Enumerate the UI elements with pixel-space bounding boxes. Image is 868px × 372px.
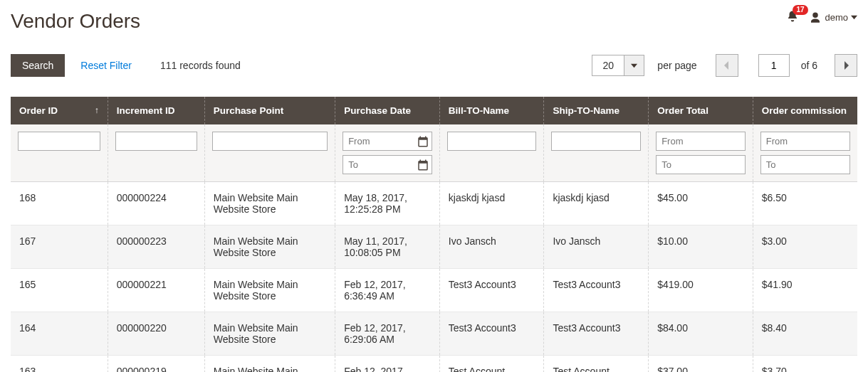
cell-order-commission: $3.00 bbox=[753, 225, 857, 269]
col-header-ship-to-name[interactable]: Ship-TO-Name bbox=[544, 97, 649, 124]
filter-order-total-to[interactable] bbox=[656, 155, 746, 174]
chevron-right-icon bbox=[842, 61, 849, 70]
caret-down-icon bbox=[851, 14, 857, 21]
cell-increment-id: 000000223 bbox=[108, 225, 204, 269]
cell-order-id: 163 bbox=[11, 356, 108, 373]
col-header-label: Purchase Date bbox=[344, 105, 411, 116]
page-input[interactable] bbox=[758, 54, 790, 77]
cell-purchase-point: Main Website Main Website Store bbox=[204, 312, 335, 356]
page-title: Vendor Orders bbox=[11, 10, 140, 33]
col-header-purchase-date[interactable]: Purchase Date bbox=[335, 97, 440, 124]
cell-purchase-date: Feb 12, 2017, 6:36:49 AM bbox=[335, 269, 440, 312]
search-button[interactable]: Search bbox=[11, 54, 65, 77]
col-header-label: Order ID bbox=[19, 105, 58, 116]
calendar-icon[interactable] bbox=[417, 135, 429, 148]
notifications-badge: 17 bbox=[793, 5, 807, 15]
cell-ship-to-name: Test Account bbox=[544, 356, 649, 373]
filter-ship-to-name[interactable] bbox=[551, 132, 641, 151]
reset-filter-link[interactable]: Reset Filter bbox=[80, 60, 132, 71]
col-header-order-commission[interactable]: Order commission bbox=[753, 97, 857, 124]
filter-order-total-from[interactable] bbox=[656, 132, 746, 151]
table-row[interactable]: 165000000221Main Website Main Website St… bbox=[11, 269, 857, 312]
cell-order-total: $45.00 bbox=[649, 182, 753, 225]
col-header-order-id[interactable]: Order ID ↑ bbox=[11, 97, 108, 124]
cell-order-id: 167 bbox=[11, 225, 108, 269]
cell-order-commission: $8.40 bbox=[753, 312, 857, 356]
total-pages: of 6 bbox=[801, 60, 817, 71]
cell-order-total: $84.00 bbox=[649, 312, 753, 356]
cell-purchase-point: Main Website Main Website Store bbox=[204, 269, 335, 312]
col-header-label: Bill-TO-Name bbox=[449, 105, 509, 116]
cell-ship-to-name: Ivo Jansch bbox=[544, 225, 649, 269]
col-header-bill-to-name[interactable]: Bill-TO-Name bbox=[439, 97, 544, 124]
caret-down-icon bbox=[631, 63, 637, 69]
user-menu[interactable]: demo bbox=[809, 11, 857, 24]
cell-bill-to-name: Ivo Jansch bbox=[439, 225, 544, 269]
sort-asc-icon: ↑ bbox=[95, 105, 99, 115]
cell-order-total: $37.00 bbox=[649, 356, 753, 373]
cell-increment-id: 000000224 bbox=[108, 182, 204, 225]
cell-purchase-point: Main Website Main Website Store bbox=[204, 225, 335, 269]
cell-order-commission: $41.90 bbox=[753, 269, 857, 312]
cell-ship-to-name: kjaskdj kjasd bbox=[544, 182, 649, 225]
col-header-label: Ship-TO-Name bbox=[553, 105, 619, 116]
cell-order-commission: $3.70 bbox=[753, 356, 857, 373]
next-page-button[interactable] bbox=[835, 54, 857, 77]
cell-ship-to-name: Test3 Account3 bbox=[544, 312, 649, 356]
chevron-left-icon bbox=[723, 61, 731, 70]
cell-purchase-date: Feb 12, 2017, 6:08:39 AM bbox=[335, 356, 440, 373]
col-header-label: Order Total bbox=[657, 105, 708, 116]
calendar-icon[interactable] bbox=[417, 159, 429, 171]
cell-order-commission: $6.50 bbox=[753, 182, 857, 225]
cell-bill-to-name: Test3 Account3 bbox=[439, 312, 544, 356]
col-header-label: Increment ID bbox=[117, 105, 175, 116]
cell-order-id: 168 bbox=[11, 182, 108, 225]
per-page-value: 20 bbox=[592, 55, 624, 76]
col-header-label: Order commission bbox=[762, 105, 847, 116]
col-header-purchase-point[interactable]: Purchase Point bbox=[204, 97, 335, 124]
cell-purchase-date: May 11, 2017, 10:08:05 PM bbox=[335, 225, 440, 269]
cell-bill-to-name: Test Account bbox=[439, 356, 544, 373]
col-header-increment-id[interactable]: Increment ID bbox=[108, 97, 204, 124]
cell-bill-to-name: Test3 Account3 bbox=[439, 269, 544, 312]
cell-bill-to-name: kjaskdj kjasd bbox=[439, 182, 544, 225]
cell-purchase-point: Main Website Main Website Store bbox=[204, 356, 335, 373]
filter-purchase-point[interactable] bbox=[212, 132, 328, 151]
cell-purchase-date: Feb 12, 2017, 6:29:06 AM bbox=[335, 312, 440, 356]
col-header-order-total[interactable]: Order Total bbox=[649, 97, 753, 124]
cell-purchase-point: Main Website Main Website Store bbox=[204, 182, 335, 225]
per-page-select[interactable]: 20 bbox=[592, 55, 644, 76]
cell-increment-id: 000000221 bbox=[108, 269, 204, 312]
prev-page-button[interactable] bbox=[716, 54, 738, 77]
cell-order-total: $10.00 bbox=[649, 225, 753, 269]
records-found: 111 records found bbox=[160, 60, 241, 71]
table-row[interactable]: 163000000219Main Website Main Website St… bbox=[11, 356, 857, 373]
filter-commission-to[interactable] bbox=[760, 155, 850, 174]
per-page-label: per page bbox=[657, 60, 696, 71]
filter-bill-to-name[interactable] bbox=[447, 132, 537, 151]
cell-purchase-date: May 18, 2017, 12:25:28 PM bbox=[335, 182, 440, 225]
user-name: demo bbox=[825, 12, 848, 23]
col-header-label: Purchase Point bbox=[214, 105, 283, 116]
cell-increment-id: 000000220 bbox=[108, 312, 204, 356]
user-icon bbox=[809, 11, 822, 24]
cell-order-id: 164 bbox=[11, 312, 108, 356]
notifications-button[interactable]: 17 bbox=[786, 10, 799, 25]
per-page-dropdown-button[interactable] bbox=[624, 55, 644, 76]
filter-increment-id[interactable] bbox=[115, 132, 197, 151]
cell-ship-to-name: Test3 Account3 bbox=[544, 269, 649, 312]
table-row[interactable]: 164000000220Main Website Main Website St… bbox=[11, 312, 857, 356]
filter-order-id[interactable] bbox=[18, 132, 100, 151]
filter-commission-from[interactable] bbox=[760, 132, 850, 151]
table-row[interactable]: 167000000223Main Website Main Website St… bbox=[11, 225, 857, 269]
cell-order-total: $419.00 bbox=[649, 269, 753, 312]
orders-table: Order ID ↑ Increment ID Purchase Point P… bbox=[11, 97, 857, 372]
cell-increment-id: 000000219 bbox=[108, 356, 204, 373]
table-row[interactable]: 168000000224Main Website Main Website St… bbox=[11, 182, 857, 225]
cell-order-id: 165 bbox=[11, 269, 108, 312]
